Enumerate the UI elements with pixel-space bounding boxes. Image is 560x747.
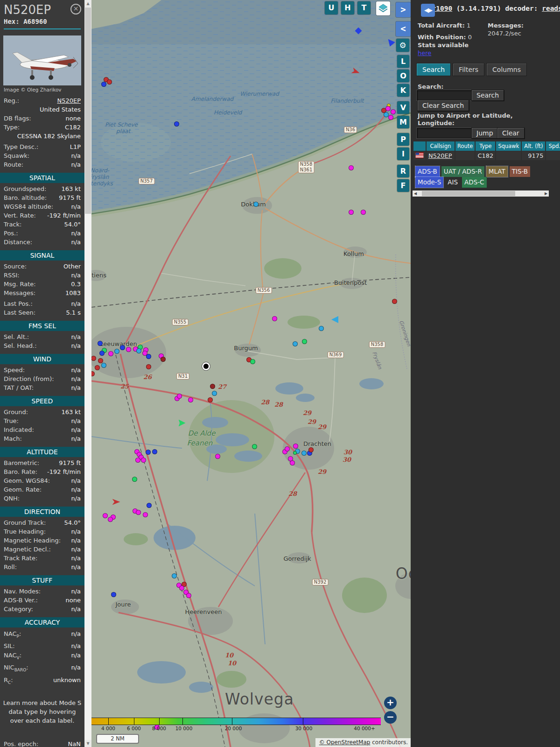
scroll-right-icon[interactable]: ▶ — [543, 190, 549, 197]
aircraft-marker[interactable] — [177, 394, 182, 399]
column-header-Spd.[interactable]: Spd. — [546, 141, 560, 151]
aircraft-marker[interactable] — [152, 449, 157, 454]
table-row[interactable]: N520EPC1829175 — [413, 151, 560, 160]
map-button-h[interactable]: H — [341, 1, 354, 14]
aircraft-marker[interactable] — [293, 444, 298, 449]
aircraft-marker[interactable] — [146, 450, 151, 455]
map-button-r[interactable]: R — [397, 165, 409, 177]
aircraft-marker[interactable] — [250, 359, 255, 364]
aircraft-marker[interactable] — [98, 358, 103, 363]
aircraft-marker[interactable] — [179, 585, 184, 591]
map-button-p[interactable]: P — [397, 133, 409, 146]
aircraft-marker[interactable] — [208, 397, 213, 402]
stats-here-link[interactable]: here — [418, 49, 431, 56]
search-button[interactable]: Search — [471, 90, 504, 101]
aircraft-marker[interactable] — [101, 82, 106, 87]
scroll-left-icon[interactable]: ◀ — [413, 190, 418, 197]
aircraft-marker[interactable] — [99, 351, 105, 356]
aircraft-marker[interactable] — [384, 112, 389, 117]
map-button-v[interactable]: V — [397, 101, 409, 114]
aircraft-marker[interactable] — [349, 165, 354, 170]
aircraft-marker[interactable] — [272, 316, 277, 321]
aircraft-marker[interactable] — [319, 326, 324, 331]
aircraft-marker[interactable] — [132, 477, 137, 482]
map[interactable]: AmelanderwadWierumerwadHeideveldFilander… — [91, 0, 411, 747]
aircraft-marker[interactable] — [361, 210, 366, 215]
aircraft-photo[interactable] — [3, 35, 81, 85]
aircraft-marker[interactable] — [391, 109, 396, 114]
readsb-link[interactable]: readsb — [542, 5, 560, 12]
aircraft-marker[interactable] — [215, 454, 220, 459]
column-header-Callsign[interactable]: Callsign — [427, 141, 455, 151]
column-header-Squawk[interactable]: Squawk — [496, 141, 521, 151]
map-button-i[interactable]: I — [397, 148, 409, 160]
aircraft-marker[interactable] — [253, 202, 259, 207]
aircraft-marker[interactable] — [136, 348, 141, 353]
jump-clear-button[interactable]: Clear — [497, 127, 525, 139]
settings-button[interactable]: ⚙ — [396, 39, 409, 52]
aircraft-marker[interactable] — [136, 510, 141, 515]
aircraft-marker[interactable] — [146, 354, 151, 359]
aircraft-marker[interactable] — [135, 458, 140, 463]
tab-columns[interactable]: Columns — [486, 63, 527, 76]
callsign-link[interactable]: N520EP — [428, 152, 452, 159]
map-button-l[interactable]: L — [397, 55, 409, 68]
aircraft-marker[interactable] — [252, 444, 257, 449]
aircraft-marker[interactable] — [147, 503, 152, 508]
aircraft-marker[interactable] — [141, 458, 146, 463]
aircraft-marker[interactable] — [186, 593, 191, 598]
registration-link[interactable]: N520EP — [57, 97, 81, 104]
aircraft-marker[interactable] — [114, 349, 119, 354]
aircraft-marker[interactable] — [108, 517, 113, 522]
aircraft-marker[interactable] — [143, 512, 148, 517]
jump-input[interactable] — [417, 128, 472, 138]
map-button-k[interactable]: K — [397, 84, 409, 97]
column-header-Route[interactable]: Route — [455, 141, 475, 151]
close-icon[interactable]: × — [70, 4, 81, 14]
aircraft-marker[interactable] — [293, 451, 297, 455]
aircraft-marker[interactable] — [188, 397, 193, 402]
aircraft-marker[interactable] — [210, 384, 215, 389]
aircraft-marker[interactable] — [111, 592, 116, 597]
aircraft-marker[interactable] — [349, 210, 354, 215]
map-button-u[interactable]: U — [325, 1, 338, 14]
map-button-f[interactable]: F — [397, 179, 409, 192]
column-header-Type[interactable]: Type — [476, 141, 495, 151]
column-header-flag[interactable] — [413, 141, 426, 151]
aircraft-marker[interactable] — [91, 371, 95, 376]
hscrollbar-thumb[interactable] — [422, 191, 515, 196]
aircraft-marker[interactable] — [174, 121, 179, 127]
column-header-Alt. (ft)[interactable]: Alt. (ft) — [522, 141, 545, 151]
collapse-panel-button[interactable]: < — [396, 21, 411, 36]
zoom-out-button[interactable]: − — [384, 711, 397, 724]
aircraft-marker[interactable] — [285, 446, 290, 451]
clear-search-button[interactable]: Clear Search — [417, 100, 469, 111]
aircraft-marker[interactable] — [212, 391, 217, 396]
aircraft-marker[interactable] — [126, 347, 131, 352]
aircraft-marker[interactable] — [385, 106, 391, 111]
aircraft-marker[interactable] — [91, 356, 96, 361]
zoom-in-button[interactable]: + — [384, 697, 397, 709]
tab-filters[interactable]: Filters — [453, 63, 484, 76]
aircraft-marker[interactable] — [95, 365, 100, 370]
aircraft-marker[interactable] — [172, 573, 177, 578]
scrollbar-thumb[interactable] — [85, 7, 91, 214]
search-input[interactable] — [417, 90, 472, 100]
aircraft-marker[interactable] — [120, 345, 125, 350]
tab-search[interactable]: Search — [416, 63, 451, 76]
map-button-m[interactable]: M — [397, 116, 409, 128]
horizontal-scrollbar[interactable]: ◀ ▶ — [413, 190, 549, 197]
aircraft-marker[interactable] — [161, 357, 166, 362]
aircraft-marker[interactable] — [392, 299, 397, 304]
aircraft-marker[interactable] — [293, 341, 298, 346]
aircraft-marker[interactable] — [98, 341, 103, 346]
aircraft-marker[interactable] — [101, 363, 106, 368]
scroll-down-icon[interactable]: ▼ — [84, 740, 91, 747]
aircraft-marker[interactable] — [302, 339, 307, 344]
aircraft-marker[interactable] — [146, 364, 151, 369]
aircraft-marker[interactable] — [308, 447, 314, 452]
aircraft-marker[interactable] — [301, 451, 307, 456]
sidebar-scrollbar[interactable]: ▲ ▼ — [84, 0, 91, 747]
selected-aircraft-marker[interactable] — [202, 362, 210, 371]
osm-link[interactable]: © OpenStreetMap — [319, 739, 371, 746]
